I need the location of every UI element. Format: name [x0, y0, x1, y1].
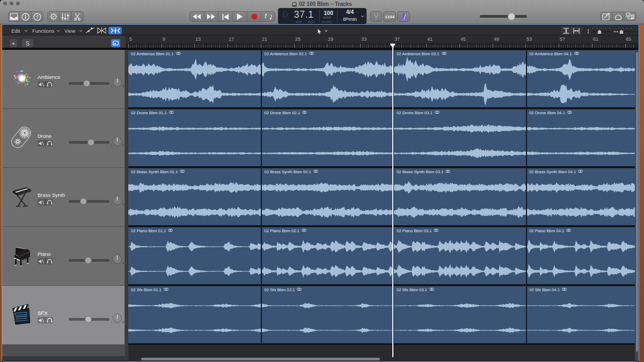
svg-text:?: ?: [36, 14, 39, 19]
